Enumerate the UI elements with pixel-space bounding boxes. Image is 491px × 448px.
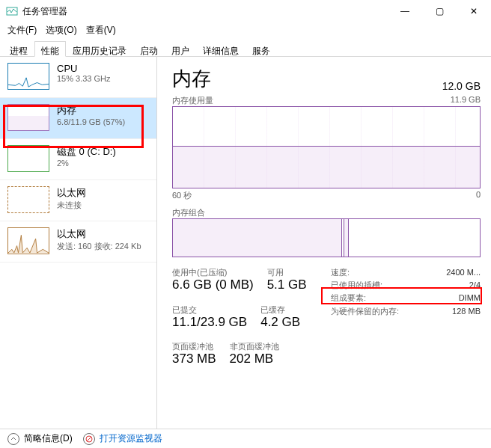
eth2-name: 以太网 <box>57 227 141 241</box>
speed-value: 2400 M... <box>446 268 481 277</box>
tab-services[interactable]: 服务 <box>246 41 277 57</box>
menu-options[interactable]: 选项(O) <box>43 22 79 38</box>
svg-line-2 <box>87 437 91 441</box>
tab-app-history[interactable]: 应用历史记录 <box>66 41 133 57</box>
sidebar-item-ethernet-2[interactable]: 以太网 发送: 160 接收: 224 Kb <box>0 221 156 263</box>
speed-label: 速度: <box>331 268 350 277</box>
memory-usage-chart[interactable] <box>172 106 481 188</box>
app-icon <box>6 5 18 17</box>
form-label: 组成要素: <box>331 293 366 303</box>
tab-users[interactable]: 用户 <box>165 41 196 57</box>
available-label: 可用 <box>267 268 307 277</box>
sidebar-item-memory[interactable]: 内存 6.8/11.9 GB (57%) <box>0 98 156 139</box>
menu-bar: 文件(F) 选项(O) 查看(V) <box>0 22 491 37</box>
chevron-up-icon[interactable] <box>7 433 19 445</box>
eth2-thumb <box>7 227 49 254</box>
menu-file[interactable]: 文件(F) <box>4 22 40 38</box>
paged-value: 373 MB <box>172 352 216 366</box>
footer: 简略信息(D) 打开资源监视器 <box>0 429 491 448</box>
tab-details[interactable]: 详细信息 <box>196 41 246 57</box>
maximize-button[interactable]: ▢ <box>422 0 457 22</box>
paged-label: 页面缓冲池 <box>172 342 216 352</box>
disk-name: 磁盘 0 (C: D:) <box>57 145 116 159</box>
memory-sub: 6.8/11.9 GB (57%) <box>57 117 125 126</box>
cached-value: 4.2 GB <box>260 315 300 330</box>
sidebar-item-ethernet-1[interactable]: 以太网 未连接 <box>0 180 156 221</box>
nonpaged-label: 非页面缓冲池 <box>230 342 279 352</box>
eth1-thumb <box>7 186 49 213</box>
tab-performance[interactable]: 性能 <box>34 41 66 57</box>
committed-value: 11.1/23.9 GB <box>172 315 247 330</box>
memory-thumb <box>7 104 49 131</box>
reserved-label: 为硬件保留的内存: <box>331 307 399 316</box>
memory-composition-chart[interactable] <box>172 218 481 257</box>
slots-label: 已使用的插槽: <box>331 280 382 290</box>
usage-label: 内存使用量 <box>172 95 213 106</box>
comp-label: 内存组合 <box>172 207 205 218</box>
window-title: 任务管理器 <box>22 5 67 18</box>
committed-label: 已提交 <box>172 305 247 315</box>
minimize-button[interactable]: — <box>388 0 422 22</box>
no-icon <box>83 433 95 445</box>
nonpaged-value: 202 MB <box>230 352 279 366</box>
cpu-thumb <box>7 63 49 90</box>
memory-panel: 内存 12.0 GB 内存使用量 11.9 GB 60 秒 0 内存组合 <box>157 57 491 429</box>
sidebar-item-cpu[interactable]: CPU 15% 3.33 GHz <box>0 57 156 98</box>
cpu-sub: 15% 3.33 GHz <box>57 74 111 83</box>
disk-sub: 2% <box>57 159 116 168</box>
form-value: DIMM <box>459 293 481 303</box>
resource-monitor-link[interactable]: 打开资源监视器 <box>100 432 162 445</box>
axis-right: 0 <box>476 190 481 201</box>
slots-value: 2/4 <box>469 280 481 290</box>
cached-label: 已缓存 <box>260 305 300 315</box>
axis-left: 60 秒 <box>172 190 192 201</box>
title-bar: 任务管理器 — ▢ ✕ <box>0 0 491 22</box>
performance-sidebar: CPU 15% 3.33 GHz 内存 6.8/11.9 GB (57%) 磁盘… <box>0 57 157 429</box>
in-use-label: 使用中(已压缩) <box>172 268 254 277</box>
close-button[interactable]: ✕ <box>457 0 491 22</box>
tab-startup[interactable]: 启动 <box>133 41 165 57</box>
available-value: 5.1 GB <box>267 277 307 292</box>
panel-title: 内存 <box>172 66 211 92</box>
tab-processes[interactable]: 进程 <box>3 41 34 57</box>
reserved-value: 128 MB <box>452 307 481 316</box>
eth2-sub: 发送: 160 接收: 224 Kb <box>57 241 141 252</box>
usage-max: 11.9 GB <box>451 95 481 106</box>
eth1-sub: 未连接 <box>57 200 86 211</box>
in-use-value: 6.6 GB (0 MB) <box>172 277 254 292</box>
sidebar-item-disk[interactable]: 磁盘 0 (C: D:) 2% <box>0 139 156 180</box>
eth1-name: 以太网 <box>57 186 86 200</box>
memory-name: 内存 <box>57 104 125 117</box>
menu-view[interactable]: 查看(V) <box>83 22 119 38</box>
total-memory: 12.0 GB <box>442 80 481 92</box>
tab-bar: 进程 性能 应用历史记录 启动 用户 详细信息 服务 <box>0 37 491 57</box>
disk-thumb <box>7 145 49 172</box>
cpu-name: CPU <box>57 63 111 74</box>
simple-info-link[interactable]: 简略信息(D) <box>24 432 73 445</box>
